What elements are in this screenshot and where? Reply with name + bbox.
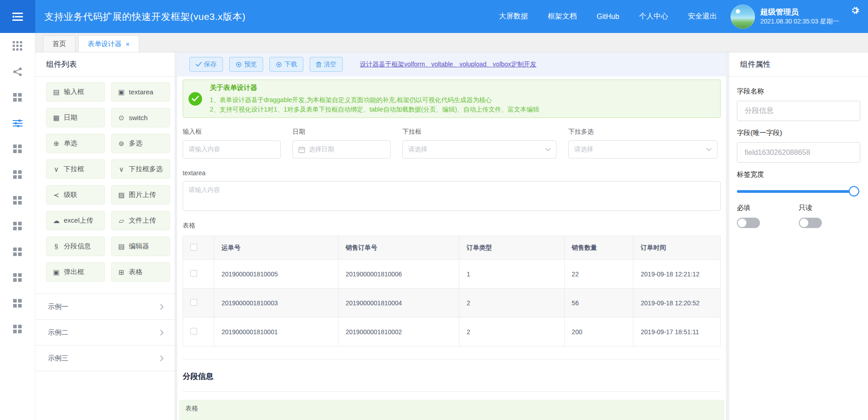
form-field-input-1[interactable]: 选择日期 xyxy=(292,140,391,159)
designer-toolbar: 保存预览下载清空设计器基于框架volform、voltable、voluploa… xyxy=(177,52,726,76)
sample-item-2[interactable]: 示例三 xyxy=(35,345,175,371)
placeholder-text: 请输入内容 xyxy=(189,145,220,154)
sample-item-0[interactable]: 示例一 xyxy=(35,294,175,320)
settings-button[interactable] xyxy=(850,5,860,15)
rail-item-5[interactable] xyxy=(0,162,35,187)
selected-table-component[interactable]: 表格 xyxy=(179,400,724,420)
avatar[interactable] xyxy=(731,5,755,29)
component-label: 日期 xyxy=(64,113,77,122)
textarea-label: textarea xyxy=(183,169,721,177)
nav-item-2[interactable]: GitHub xyxy=(597,13,619,21)
component-section[interactable]: §分段信息 xyxy=(46,237,105,256)
user-datetime: 2021.08.30 02:35:03 星期一 xyxy=(760,17,839,26)
component-image-upload[interactable]: ▨图片上传 xyxy=(111,185,170,205)
nav-item-0[interactable]: 大屏数据 xyxy=(499,12,528,21)
component-file-upload[interactable]: ▱文件上传 xyxy=(111,211,170,230)
rail-item-3[interactable] xyxy=(0,110,35,136)
form-field-input-2[interactable]: 请选择 xyxy=(402,140,557,159)
rail-item-6[interactable] xyxy=(0,187,35,213)
properties-panel: 组件属性 字段名称 分段信息 字段(唯一字段) field16302620886… xyxy=(729,52,868,420)
close-icon[interactable]: × xyxy=(126,41,130,47)
rail-item-8[interactable] xyxy=(0,239,35,265)
framework-link[interactable]: 设计器基于框架volform、voltable、volupload、volbox… xyxy=(360,61,537,69)
tab-home[interactable]: 首页 xyxy=(43,35,75,52)
select-all-checkbox[interactable] xyxy=(190,244,197,251)
column-header[interactable]: 销售订单号 xyxy=(338,236,459,260)
editor-icon: ▤ xyxy=(118,243,125,251)
tab-bar: 首页 表单设计器 × xyxy=(35,33,868,52)
rail-item-0[interactable] xyxy=(0,33,35,59)
grid4-icon xyxy=(13,247,22,256)
user-box[interactable]: 超级管理员 2021.08.30 02:35:03 星期一 xyxy=(731,5,839,29)
row-checkbox[interactable] xyxy=(190,328,197,335)
clear-button[interactable]: 清空 xyxy=(310,57,343,72)
field-key-input[interactable]: field1630262088658 xyxy=(737,142,860,163)
field-name-input[interactable]: 分段信息 xyxy=(737,101,860,121)
row-select-cell xyxy=(183,260,214,289)
form-field-label: 下拉多选 xyxy=(568,128,717,136)
nav-item-3[interactable]: 个人中心 xyxy=(639,12,668,21)
component-textarea[interactable]: ▣textarea xyxy=(111,82,170,102)
component-label: 编辑器 xyxy=(129,242,149,251)
form-field-input-3[interactable]: 请选择 xyxy=(568,140,717,159)
column-header[interactable]: 订单时间 xyxy=(633,236,721,260)
nav-item-4[interactable]: 安全退出 xyxy=(688,12,717,21)
rail-item-2[interactable] xyxy=(0,84,35,110)
label-width-slider[interactable] xyxy=(737,186,860,196)
slider-handle[interactable] xyxy=(849,186,859,196)
tab-form-designer[interactable]: 表单设计器 × xyxy=(78,35,139,52)
preview-button[interactable]: 预览 xyxy=(229,57,263,72)
sample-item-1[interactable]: 示例二 xyxy=(35,320,175,345)
readonly-toggle[interactable] xyxy=(799,218,822,228)
sidebar-collapse-button[interactable] xyxy=(0,0,35,33)
data-table: 运单号销售订单号订单类型销售数量订单时间20190000018100052019… xyxy=(183,236,721,346)
component-excel-upload[interactable]: ☁excel上传 xyxy=(46,211,105,230)
rail-item-9[interactable] xyxy=(0,265,35,290)
component-checkbox[interactable]: ⊚多选 xyxy=(111,134,170,153)
column-header[interactable]: 运单号 xyxy=(214,236,338,260)
table-block: 表格 运单号销售订单号订单类型销售数量订单时间20190000018100052… xyxy=(177,211,726,346)
rail-item-4[interactable] xyxy=(0,136,35,162)
component-input[interactable]: ▤输入框 xyxy=(46,82,105,102)
sample-label: 示例三 xyxy=(48,354,68,363)
column-header[interactable]: 订单类型 xyxy=(459,236,564,260)
required-toggle[interactable] xyxy=(737,218,760,228)
column-header[interactable]: 销售数量 xyxy=(564,236,633,260)
table-cell: 1 xyxy=(459,260,564,289)
rail-item-1[interactable] xyxy=(0,59,35,84)
row-select-cell xyxy=(183,317,214,346)
download-button[interactable]: 下载 xyxy=(269,57,303,72)
rail-item-10[interactable] xyxy=(0,290,35,316)
table-cell: 2019000001810006 xyxy=(338,260,459,289)
component-radio[interactable]: ⊕单选 xyxy=(46,134,105,153)
row-checkbox[interactable] xyxy=(190,299,197,306)
form-field-label: 下拉框 xyxy=(402,128,557,136)
component-multiselect[interactable]: ∨下拉框多选 xyxy=(111,159,170,179)
component-cascade[interactable]: ≺级联 xyxy=(46,185,105,205)
placeholder-text: 请选择 xyxy=(574,145,593,154)
chevron-down-icon xyxy=(706,148,712,151)
component-popup[interactable]: ▣弹出框 xyxy=(46,262,105,282)
component-grid: ▤输入框▣textarea▦日期⊙switch⊕单选⊚多选∨下拉框∨下拉框多选≺… xyxy=(35,77,175,288)
row-checkbox[interactable] xyxy=(190,270,197,277)
table-header-row: 运单号销售订单号订单类型销售数量订单时间 xyxy=(183,236,721,260)
nav-item-1[interactable]: 框架文档 xyxy=(548,12,577,21)
textarea-input[interactable]: 请输入内容 xyxy=(183,181,721,211)
save-button[interactable]: 保存 xyxy=(189,57,223,72)
component-select[interactable]: ∨下拉框 xyxy=(46,159,105,179)
component-table[interactable]: ⊞表格 xyxy=(111,262,170,282)
share-icon xyxy=(13,67,22,76)
sample-list: 示例一示例二示例三 xyxy=(35,294,175,371)
chevron-right-icon xyxy=(160,304,164,310)
table-cell: 2019000001810001 xyxy=(214,317,338,346)
component-date[interactable]: ▦日期 xyxy=(46,108,105,127)
component-editor[interactable]: ▤编辑器 xyxy=(111,237,170,256)
component-switch[interactable]: ⊙switch xyxy=(111,108,170,127)
form-field-input-0[interactable]: 请输入内容 xyxy=(183,140,281,159)
table-row[interactable]: 201900000181000320190000018100042562019-… xyxy=(183,289,721,317)
table-row[interactable]: 2019000001810001201900000181000222002019… xyxy=(183,317,721,346)
rail-item-11[interactable] xyxy=(0,316,35,342)
table-row[interactable]: 201900000181000520190000018100061222019-… xyxy=(183,260,721,289)
designer-canvas: 保存预览下载清空设计器基于框架volform、voltable、voluploa… xyxy=(177,52,726,420)
rail-item-7[interactable] xyxy=(0,213,35,239)
